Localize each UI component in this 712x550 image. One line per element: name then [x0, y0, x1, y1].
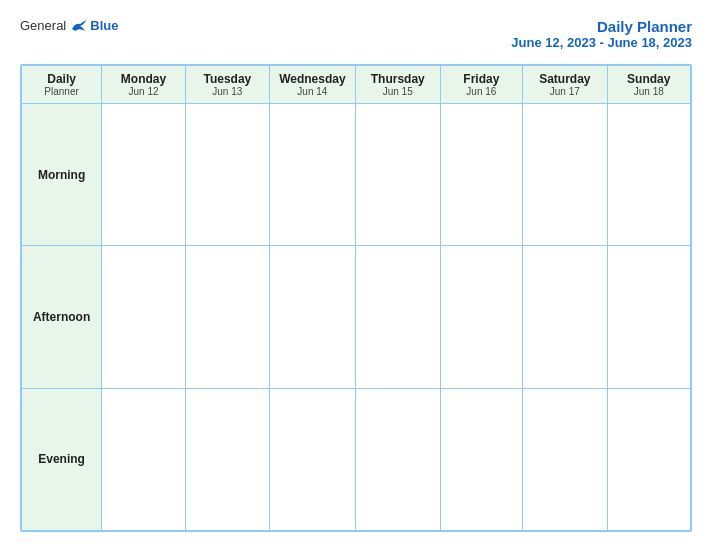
header-friday: Friday Jun 16 [440, 66, 523, 104]
afternoon-thursday[interactable] [355, 246, 440, 388]
header-tuesday: Tuesday Jun 13 [185, 66, 269, 104]
header-thursday: Thursday Jun 15 [355, 66, 440, 104]
afternoon-friday[interactable] [440, 246, 523, 388]
morning-sunday[interactable] [607, 104, 690, 246]
tuesday-date: Jun 13 [188, 86, 267, 97]
evening-tuesday[interactable] [185, 388, 269, 530]
evening-thursday[interactable] [355, 388, 440, 530]
morning-label: Morning [22, 104, 102, 246]
header-col-line2: Planner [24, 86, 99, 97]
logo-blue-text: Blue [90, 18, 118, 33]
evening-wednesday[interactable] [269, 388, 355, 530]
morning-tuesday[interactable] [185, 104, 269, 246]
afternoon-tuesday[interactable] [185, 246, 269, 388]
header-col-line1: Daily [24, 72, 99, 86]
logo-text: General Blue [20, 18, 118, 33]
morning-row: Morning [22, 104, 691, 246]
thursday-name: Thursday [358, 72, 438, 86]
evening-label: Evening [22, 388, 102, 530]
tuesday-name: Tuesday [188, 72, 267, 86]
afternoon-wednesday[interactable] [269, 246, 355, 388]
evening-monday[interactable] [102, 388, 186, 530]
friday-name: Friday [443, 72, 521, 86]
logo-bird-icon [70, 19, 88, 33]
afternoon-label: Afternoon [22, 246, 102, 388]
saturday-date: Jun 17 [525, 86, 604, 97]
wednesday-name: Wednesday [272, 72, 353, 86]
header-saturday: Saturday Jun 17 [523, 66, 607, 104]
header-daily-planner: Daily Planner [22, 66, 102, 104]
evening-sunday[interactable] [607, 388, 690, 530]
friday-date: Jun 16 [443, 86, 521, 97]
saturday-name: Saturday [525, 72, 604, 86]
morning-friday[interactable] [440, 104, 523, 246]
planner-title: Daily Planner [511, 18, 692, 35]
sunday-name: Sunday [610, 72, 688, 86]
evening-friday[interactable] [440, 388, 523, 530]
page: General Blue Daily Planner June 12, 2023… [0, 0, 712, 550]
morning-monday[interactable] [102, 104, 186, 246]
wednesday-date: Jun 14 [272, 86, 353, 97]
afternoon-sunday[interactable] [607, 246, 690, 388]
evening-row: Evening [22, 388, 691, 530]
afternoon-row: Afternoon [22, 246, 691, 388]
thursday-date: Jun 15 [358, 86, 438, 97]
morning-wednesday[interactable] [269, 104, 355, 246]
morning-saturday[interactable] [523, 104, 607, 246]
header-sunday: Sunday Jun 18 [607, 66, 690, 104]
evening-saturday[interactable] [523, 388, 607, 530]
header-row: Daily Planner Monday Jun 12 Tuesday Jun … [22, 66, 691, 104]
logo-general-text: General [20, 18, 66, 33]
header-wednesday: Wednesday Jun 14 [269, 66, 355, 104]
logo-area: General Blue [20, 18, 118, 33]
header-monday: Monday Jun 12 [102, 66, 186, 104]
calendar-wrapper: Daily Planner Monday Jun 12 Tuesday Jun … [20, 64, 692, 532]
planner-date-range: June 12, 2023 - June 18, 2023 [511, 35, 692, 50]
afternoon-monday[interactable] [102, 246, 186, 388]
monday-date: Jun 12 [104, 86, 183, 97]
sunday-date: Jun 18 [610, 86, 688, 97]
monday-name: Monday [104, 72, 183, 86]
title-area: Daily Planner June 12, 2023 - June 18, 2… [511, 18, 692, 50]
header: General Blue Daily Planner June 12, 2023… [20, 18, 692, 50]
calendar-table: Daily Planner Monday Jun 12 Tuesday Jun … [21, 65, 691, 531]
morning-thursday[interactable] [355, 104, 440, 246]
afternoon-saturday[interactable] [523, 246, 607, 388]
